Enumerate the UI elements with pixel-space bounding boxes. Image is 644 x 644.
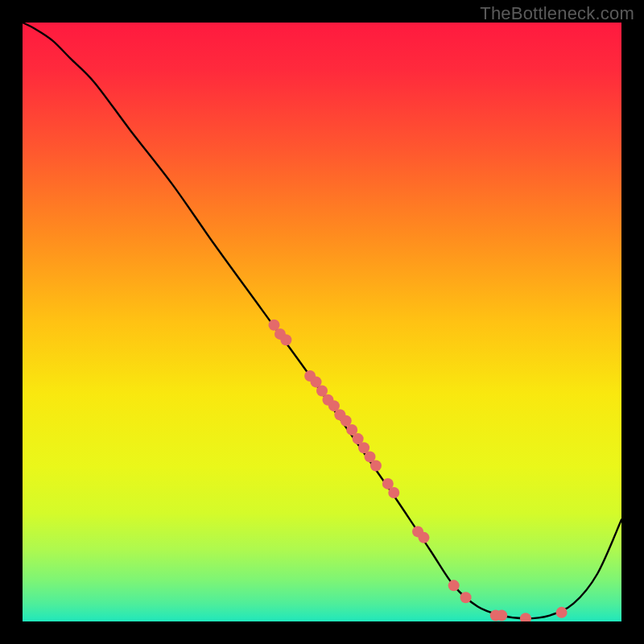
watermark-text: TheBottleneck.com <box>480 3 634 24</box>
data-point <box>280 334 291 345</box>
chart-frame: TheBottleneck.com <box>0 0 644 644</box>
data-point <box>460 592 472 603</box>
data-point <box>388 487 399 498</box>
gradient-background <box>23 23 621 621</box>
chart-svg <box>23 23 621 621</box>
data-point <box>556 607 568 618</box>
data-point <box>496 610 507 621</box>
data-point <box>418 532 429 543</box>
data-point <box>448 580 460 591</box>
data-point <box>370 460 382 472</box>
plot-area <box>23 23 621 621</box>
